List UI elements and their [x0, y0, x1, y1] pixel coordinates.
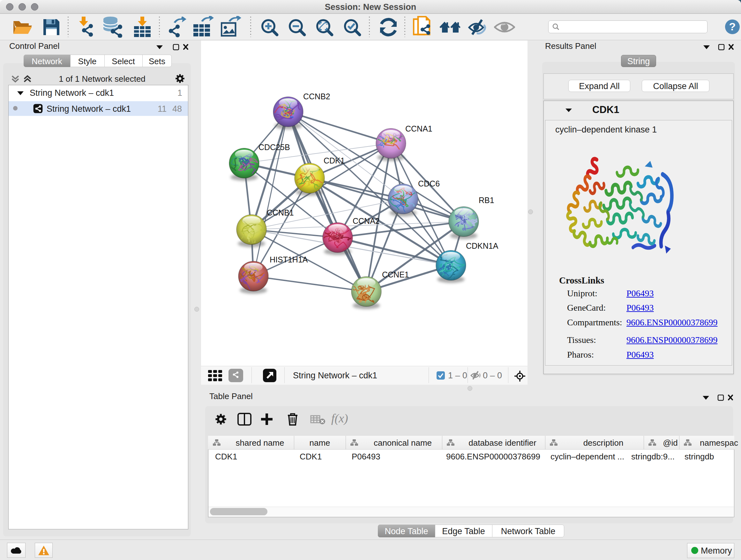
svg-text:RB1: RB1 [479, 196, 494, 205]
svg-text:CDC6: CDC6 [418, 179, 440, 188]
svg-text:HIST1H1A: HIST1H1A [270, 255, 308, 264]
svg-text:CCNB1: CCNB1 [267, 208, 294, 217]
svg-text:CDK1: CDK1 [324, 156, 345, 165]
svg-text:CCNA2: CCNA2 [353, 216, 380, 226]
svg-text:CCNA1: CCNA1 [405, 124, 432, 133]
svg-text:CCNE1: CCNE1 [382, 270, 409, 279]
svg-text:CCNB2: CCNB2 [303, 92, 330, 101]
svg-text:CDC25B: CDC25B [259, 143, 290, 152]
svg-text:CDKN1A: CDKN1A [466, 241, 498, 250]
